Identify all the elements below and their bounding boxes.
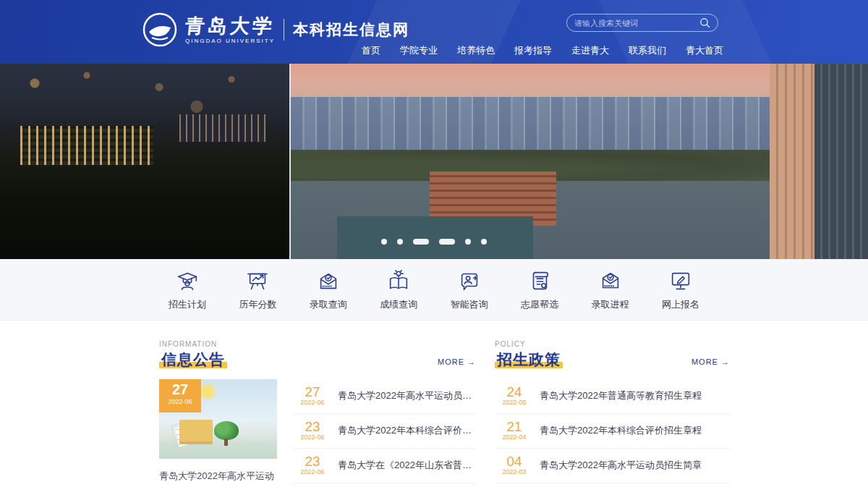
news-item[interactable]: 21 2022-04 青岛大学2022年本科综合评价招生章程 [495,414,730,449]
quick-link-admission-inquiry[interactable]: 录取查询 [297,268,360,320]
featured-news-image: 27 2022-06 [159,379,277,459]
folder-illustration [179,420,213,444]
news-item[interactable]: 20 2022-02 青岛大学2022年招收台湾地区高中毕业生简章 [495,483,730,487]
university-seal-icon [142,12,178,48]
news-date: 27 2022-06 [293,385,332,407]
policy-news-list: 24 2022-05 青岛大学2022年普通高等教育招生章程 21 2022-0… [495,379,730,487]
news-date: 04 2022-03 [495,454,534,476]
monitor-pencil-icon [668,268,693,293]
news-item[interactable]: 04 2022-03 青岛大学2022年高水平运动员招生简章 [495,449,730,483]
nav-item-colleges[interactable]: 学院专业 [400,44,438,57]
quick-link-label: 网上报名 [662,298,699,311]
hero-slide-night-campus [0,64,289,259]
section-header: POLICY 招生政策 MORE→ [495,340,730,370]
nav-item-contact[interactable]: 联系我们 [629,44,666,57]
nav-item-university-home[interactable]: 青大首页 [686,44,723,57]
main-content: INFORMATION 信息公告 MORE→ 27 2022-06 [0,321,868,487]
quick-link-historical-scores[interactable]: 历年分数 [226,268,289,320]
more-link[interactable]: MORE→ [692,357,730,366]
quick-link-admission-progress[interactable]: 录取进程 [579,268,642,320]
nav-item-guidance[interactable]: 报考指导 [514,44,552,57]
quick-link-preference-helper[interactable]: 志愿帮选 [508,268,571,320]
arrow-right-icon: → [467,357,476,366]
search-input[interactable] [574,19,699,27]
news-item[interactable]: 23 2022-06 @高考生，青岛大学2022年招生政策解读咨询会来啦！ [293,483,476,487]
news-date: 23 2022-06 [293,420,332,441]
book-bulb-icon [386,268,411,293]
news-item[interactable]: 24 2022-05 青岛大学2022年普通高等教育招生章程 [495,379,730,414]
quick-link-label: 录取进程 [592,298,629,311]
envelope-check-icon [316,268,341,293]
news-title[interactable]: 青岛大学在《2022年山东省普通高校招生填报志愿指南》中… [338,459,476,472]
nav-item-features[interactable]: 培养特色 [457,44,495,57]
teal-roof-building [337,216,533,259]
hero-carousel [0,64,868,259]
news-item[interactable]: 23 2022-06 青岛大学2022年本科综合评价招生复试入围考生名单公示 [293,414,476,449]
news-date: 21 2022-04 [495,420,534,441]
quick-link-label: 成绩查询 [380,298,417,311]
section-eyebrow: INFORMATION [159,340,476,348]
night-building-lights-2 [179,114,266,142]
news-date: 24 2022-05 [495,385,534,407]
news-title[interactable]: 青岛大学2022年普通高等教育招生章程 [540,389,730,402]
chat-person-icon [457,268,482,293]
logo-link[interactable]: 青岛大学 QINGDAO UNIVERSITY 本科招生信息网 [142,12,409,48]
nav-item-about[interactable]: 走进青大 [571,44,609,57]
tree-trunk-illustration [224,439,228,446]
news-title[interactable]: 青岛大学2022年高水平运动员招生简章 [540,459,730,472]
glass-tower [814,64,868,259]
featured-news-caption[interactable]: 青岛大学2022年高水平运动员男子足球项目合格名单公 [159,468,277,487]
more-link[interactable]: MORE→ [438,357,476,366]
search-icon[interactable] [699,17,710,28]
section-information: INFORMATION 信息公告 MORE→ 27 2022-06 [159,340,476,487]
quick-link-label: 招生计划 [169,298,206,311]
quick-link-online-registration[interactable]: 网上报名 [649,268,712,320]
quick-link-enrollment-plan[interactable]: 招生计划 [156,268,219,320]
university-name-cn: 青岛大学 [184,16,276,36]
news-item[interactable]: 27 2022-06 青岛大学2022年高水平运动员男子足球项目合格名单公示 [293,379,476,414]
chart-easel-icon [245,268,270,293]
scroll-list-icon [527,268,552,293]
sunlit-tower [770,64,814,259]
site-title: 本科招生信息网 [293,20,409,40]
news-title[interactable]: 青岛大学2022年本科综合评价招生复试入围考生名单公示 [338,424,476,437]
tree-illustration [214,421,239,440]
section-header: INFORMATION 信息公告 MORE→ [159,340,476,370]
night-building-lights [20,126,153,165]
news-title[interactable]: 青岛大学2022年高水平运动员男子足球项目合格名单公示 [338,389,476,402]
carousel-dot-1[interactable] [381,239,387,245]
hero-slide-city-dusk [291,64,868,259]
quick-link-score-inquiry[interactable]: 成绩查询 [367,268,430,320]
news-item[interactable]: 23 2022-06 青岛大学在《2022年山东省普通高校招生填报志愿指南》中… [293,449,476,483]
carousel-dot-2[interactable] [397,239,403,245]
envelope-progress-icon [598,268,623,293]
featured-news-card[interactable]: 27 2022-06 青岛大学2022年高水平运动员男子足球项目合格名单公 [159,379,277,487]
carousel-dot-6[interactable] [481,239,487,245]
quick-link-label: 智能咨询 [451,298,488,311]
section-eyebrow: POLICY [495,340,730,348]
section-title: 招生政策 [495,350,563,370]
carousel-dot-4[interactable] [439,239,455,245]
news-title[interactable]: 青岛大学2022年本科综合评价招生章程 [540,424,730,437]
quick-links-band: 招生计划 历年分数 录取查询 成绩查询 [0,259,868,321]
quick-link-label: 志愿帮选 [521,298,558,311]
quick-link-label: 录取查询 [310,298,347,311]
nav-item-home[interactable]: 首页 [362,44,380,57]
graduate-icon [175,268,200,293]
main-nav: 首页 学院专业 培养特色 报考指导 走进青大 联系我们 青大首页 [362,44,723,57]
logo-divider [284,19,284,41]
search-box[interactable] [566,14,718,32]
featured-date-badge: 27 2022-06 [159,379,201,412]
university-name-en: QINGDAO UNIVERSITY [185,38,275,44]
carousel-indicators [381,239,487,245]
quick-link-label: 历年分数 [239,298,276,311]
site-header: 青岛大学 QINGDAO UNIVERSITY 本科招生信息网 首页 学院专业 … [0,0,868,64]
arrow-right-icon: → [721,357,730,366]
news-date: 23 2022-06 [293,454,332,476]
carousel-dot-5[interactable] [465,239,471,245]
quick-link-smart-consult[interactable]: 智能咨询 [438,268,501,320]
section-policy: POLICY 招生政策 MORE→ 24 2022-05 青岛大学2022年普通… [495,340,730,487]
section-title: 信息公告 [159,350,227,370]
logo-text-block: 青岛大学 QINGDAO UNIVERSITY [185,16,275,44]
carousel-dot-3[interactable] [413,239,429,245]
